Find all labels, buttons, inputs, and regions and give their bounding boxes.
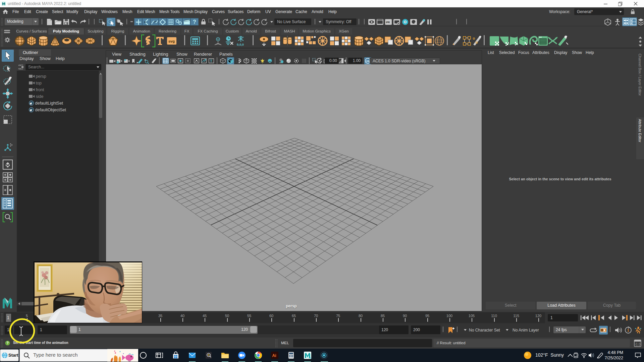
svg-text:T: T — [210, 59, 212, 63]
svg-text:{;}: {;} — [635, 343, 641, 346]
svg-text:ON: ON — [366, 60, 370, 63]
svg-text:?: ? — [7, 341, 9, 345]
svg-text:Ai: Ai — [272, 353, 276, 358]
svg-text:1: 1 — [627, 328, 629, 332]
svg-text:2022: 2022 — [309, 357, 312, 359]
svg-text:IPR: IPR — [386, 21, 390, 23]
